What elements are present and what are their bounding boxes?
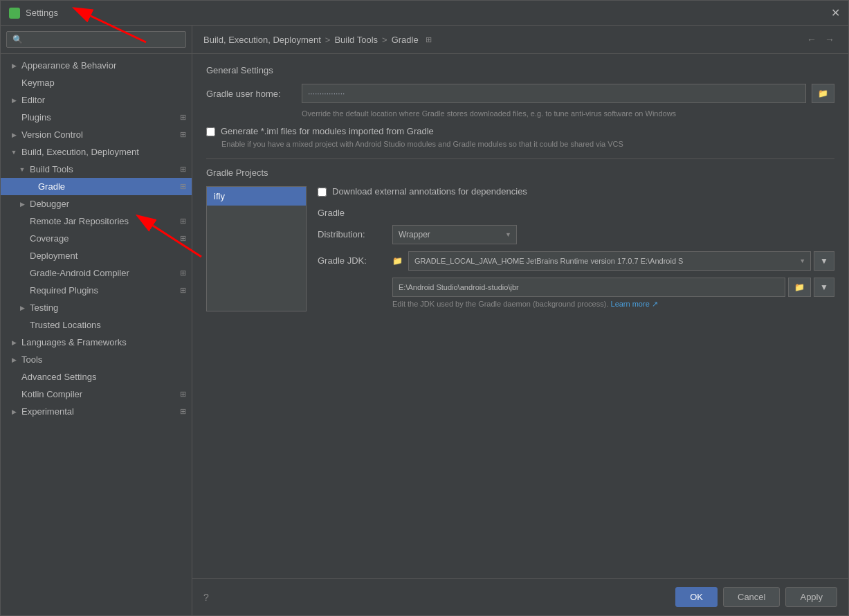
project-list: ifly — [206, 186, 307, 311]
breadcrumb: Build, Execution, Deployment > Build Too… — [192, 26, 848, 54]
settings-icon: ⊞ — [180, 286, 186, 295]
sidebar: ▶ Appearance & Behavior Keymap ▶ Editor … — [1, 26, 192, 615]
cancel-button[interactable]: Cancel — [723, 587, 780, 607]
gradle-jdk-label: Gradle JDK: — [318, 255, 387, 266]
sidebar-item-experimental[interactable]: ▶ Experimental ⊞ — [1, 403, 192, 420]
gradle-user-home-hint: Override the default location where Grad… — [302, 109, 834, 119]
sidebar-item-debugger[interactable]: ▶ Debugger — [1, 195, 192, 212]
settings-icon: ⊞ — [180, 165, 186, 174]
settings-icon: ⊞ — [180, 182, 186, 191]
project-settings: Download external annotations for depend… — [307, 186, 834, 311]
gradle-projects-section: ifly Download external annotations for d… — [206, 186, 834, 311]
settings-icon: ⊞ — [180, 407, 186, 416]
generate-iml-hint: Enable if you have a mixed project with … — [221, 139, 834, 150]
distribution-label: Distribution: — [318, 229, 387, 239]
gradle-user-home-row: Gradle user home: 📁 — [206, 84, 834, 103]
jdk-path-row: 📁 ▼ — [392, 278, 834, 297]
settings-dialog: Settings ✕ ▶ Appearance & Behavior Keyma… — [0, 0, 849, 616]
sidebar-item-version-control[interactable]: ▶ Version Control ⊞ — [1, 126, 192, 143]
title-bar: Settings ✕ — [1, 1, 848, 26]
sidebar-item-gradle-android[interactable]: Gradle-Android Compiler ⊞ — [1, 264, 192, 282]
jdk-select[interactable]: GRADLE_LOCAL_JAVA_HOME JetBrains Runtime… — [408, 251, 811, 271]
jdk-select-wrapper: GRADLE_LOCAL_JAVA_HOME JetBrains Runtime… — [408, 251, 811, 271]
divider — [206, 158, 834, 159]
sidebar-item-kotlin-compiler[interactable]: Kotlin Compiler ⊞ — [1, 386, 192, 403]
chevron-right-icon: ▶ — [9, 356, 19, 363]
breadcrumb-sep-2: > — [382, 35, 387, 45]
sidebar-item-build-exec[interactable]: ▼ Build, Execution, Deployment — [1, 143, 192, 161]
gradle-user-home-browse-button[interactable]: 📁 — [812, 84, 834, 103]
gradle-user-home-label: Gradle user home: — [206, 89, 296, 99]
chevron-right-icon: ▶ — [9, 339, 19, 346]
jdk-select-row: 📁 GRADLE_LOCAL_JAVA_HOME JetBrains Runti… — [392, 251, 834, 271]
generate-iml-checkbox[interactable] — [206, 127, 215, 136]
settings-icon: ⊞ — [180, 234, 186, 243]
settings-icon: ⊞ — [180, 113, 186, 122]
sidebar-item-deployment[interactable]: Deployment — [1, 247, 192, 264]
nav-tree: ▶ Appearance & Behavior Keymap ▶ Editor … — [1, 54, 192, 615]
gradle-projects-title: Gradle Projects — [206, 167, 834, 178]
bottom-bar: ? OK Cancel Apply — [192, 578, 848, 615]
settings-icon: ⊞ — [180, 390, 186, 399]
annotations-checkbox[interactable] — [318, 188, 327, 197]
folder-icon: 📁 — [794, 282, 805, 292]
main-content: ▶ Appearance & Behavior Keymap ▶ Editor … — [1, 26, 848, 615]
sidebar-item-trusted-locations[interactable]: Trusted Locations — [1, 316, 192, 334]
chevron-right-icon: ▶ — [9, 132, 19, 138]
sidebar-item-coverage[interactable]: Coverage ⊞ — [1, 230, 192, 247]
title-bar-left: Settings — [9, 8, 58, 19]
jdk-info-text: Edit the JDK used by the Gradle daemon (… — [392, 300, 834, 309]
learn-more-link[interactable]: Learn more ↗ — [611, 300, 658, 308]
sidebar-item-remote-jar[interactable]: Remote Jar Repositories ⊞ — [1, 212, 192, 230]
help-button[interactable]: ? — [203, 592, 209, 603]
sidebar-item-required-plugins[interactable]: Required Plugins ⊞ — [1, 282, 192, 299]
gradle-jdk-row: Gradle JDK: 📁 GRADLE_LOCAL_JAVA_HOME Jet… — [318, 251, 834, 271]
content-area: General Settings Gradle user home: 📁 Ove… — [192, 54, 848, 578]
generate-iml-row: Generate *.iml files for modules importe… — [206, 126, 834, 136]
sidebar-item-gradle[interactable]: Gradle ⊞ — [1, 178, 192, 195]
jdk-folder-icon: 📁 — [392, 256, 403, 266]
sidebar-item-tools[interactable]: ▶ Tools — [1, 351, 192, 368]
nav-arrows: ← → — [804, 33, 837, 46]
annotations-label: Download external annotations for depend… — [332, 186, 527, 197]
breadcrumb-build-tools[interactable]: Build Tools — [334, 35, 378, 45]
sidebar-item-languages[interactable]: ▶ Languages & Frameworks — [1, 334, 192, 351]
gradle-user-home-input[interactable] — [302, 84, 806, 103]
annotations-row: Download external annotations for depend… — [318, 186, 834, 197]
search-box — [1, 26, 192, 54]
generate-iml-label: Generate *.iml files for modules importe… — [221, 126, 434, 136]
jdk-path-input[interactable] — [392, 278, 785, 297]
distribution-select[interactable]: Wrapper Local installation Specified loc… — [392, 225, 517, 244]
sidebar-item-keymap[interactable]: Keymap — [1, 74, 192, 91]
settings-icon: ⊞ — [180, 130, 186, 139]
breadcrumb-build-exec[interactable]: Build, Execution, Deployment — [203, 35, 321, 45]
apply-button[interactable]: Apply — [785, 587, 837, 607]
sidebar-item-editor[interactable]: ▶ Editor — [1, 91, 192, 109]
sidebar-item-build-tools[interactable]: ▼ Build Tools ⊞ — [1, 161, 192, 178]
sidebar-item-appearance[interactable]: ▶ Appearance & Behavior — [1, 57, 192, 74]
chevron-down-icon: ▼ — [9, 149, 19, 156]
project-item-ifly[interactable]: ifly — [207, 187, 306, 206]
forward-button[interactable]: → — [822, 33, 837, 46]
folder-icon: 📁 — [818, 89, 828, 98]
distribution-select-wrapper: Wrapper Local installation Specified loc… — [392, 225, 517, 244]
breadcrumb-gradle[interactable]: Gradle — [392, 35, 419, 45]
close-button[interactable]: ✕ — [831, 8, 840, 19]
chevron-right-icon: ▶ — [17, 305, 27, 311]
jdk-path-dropdown-button[interactable]: ▼ — [814, 278, 834, 297]
gradle-section-title: Gradle — [318, 208, 834, 218]
sidebar-item-testing[interactable]: ▶ Testing — [1, 299, 192, 316]
breadcrumb-icon: ⊞ — [426, 35, 432, 44]
chevron-right-icon: ▶ — [9, 62, 19, 69]
settings-icon: ⊞ — [180, 217, 186, 226]
jdk-dropdown-button[interactable]: ▼ — [814, 251, 834, 271]
jdk-path-browse-button[interactable]: 📁 — [788, 278, 811, 297]
back-button[interactable]: ← — [804, 33, 819, 46]
distribution-row: Distribution: Wrapper Local installation… — [318, 225, 834, 244]
window-title: Settings — [26, 8, 58, 18]
ok-button[interactable]: OK — [675, 587, 718, 607]
sidebar-item-advanced-settings[interactable]: Advanced Settings — [1, 368, 192, 386]
search-input[interactable] — [6, 31, 186, 48]
sidebar-item-plugins[interactable]: Plugins ⊞ — [1, 109, 192, 126]
general-settings-title: General Settings — [206, 65, 834, 75]
